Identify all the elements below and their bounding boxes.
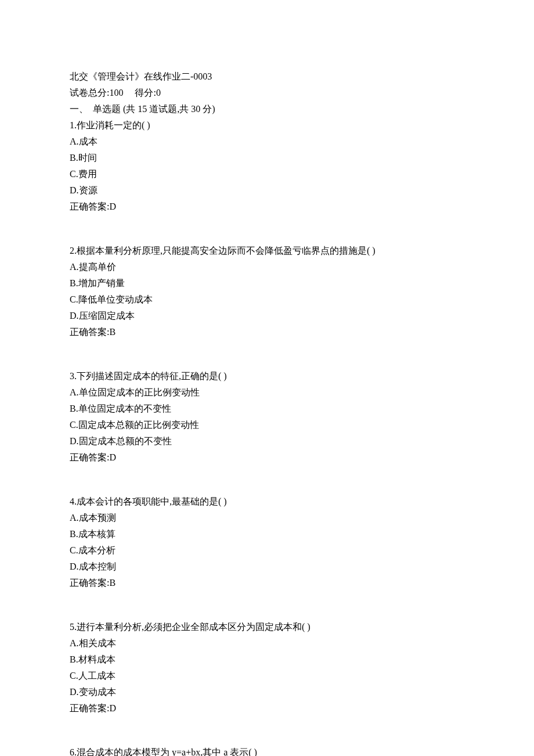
question-option: D.压缩固定成本 xyxy=(70,308,464,324)
question-stem: 2.根据本量利分析原理,只能提高安全边际而不会降低盈亏临界点的措施是( ) xyxy=(70,243,464,259)
question-option: A.相关成本 xyxy=(70,635,464,651)
question-block: 1.作业消耗一定的( )A.成本B.时间C.费用D.资源正确答案:D xyxy=(70,117,464,215)
question-option: B.单位固定成本的不变性 xyxy=(70,401,464,417)
question-option: C.固定成本总额的正比例变动性 xyxy=(70,417,464,433)
question-block: 3.下列描述固定成本的特征,正确的是( )A.单位固定成本的正比例变动性B.单位… xyxy=(70,368,464,466)
question-answer: 正确答案:D xyxy=(70,449,464,466)
question-answer: 正确答案:D xyxy=(70,700,464,717)
question-option: A.成本 xyxy=(70,134,464,150)
question-stem: 6.混合成本的成本模型为 y=a+bx,其中 a 表示( ) xyxy=(70,744,464,756)
question-option: C.降低单位变动成本 xyxy=(70,291,464,308)
question-block: 4.成本会计的各项职能中,最基础的是( )A.成本预测B.成本核算C.成本分析D… xyxy=(70,494,464,591)
question-answer: 正确答案:B xyxy=(70,575,464,591)
question-stem: 1.作业消耗一定的( ) xyxy=(70,117,464,134)
question-option: C.费用 xyxy=(70,166,464,182)
question-option: B.成本核算 xyxy=(70,526,464,542)
score-line: 试卷总分:100 得分:0 xyxy=(70,85,464,101)
question-option: D.固定成本总额的不变性 xyxy=(70,433,464,449)
question-block: 5.进行本量利分析,必须把企业全部成本区分为固定成本和( )A.相关成本B.材料… xyxy=(70,619,464,717)
question-option: A.单位固定成本的正比例变动性 xyxy=(70,384,464,401)
total-score: 试卷总分:100 xyxy=(70,88,123,98)
question-block: 6.混合成本的成本模型为 y=a+bx,其中 a 表示( ) xyxy=(70,744,464,756)
question-option: C.人工成本 xyxy=(70,668,464,684)
question-stem: 4.成本会计的各项职能中,最基础的是( ) xyxy=(70,494,464,510)
doc-title: 北交《管理会计》在线作业二-0003 xyxy=(70,69,464,85)
question-option: D.资源 xyxy=(70,182,464,199)
question-option: B.时间 xyxy=(70,150,464,166)
question-option: D.成本控制 xyxy=(70,559,464,575)
question-option: A.成本预测 xyxy=(70,510,464,526)
question-option: D.变动成本 xyxy=(70,684,464,700)
question-stem: 5.进行本量利分析,必须把企业全部成本区分为固定成本和( ) xyxy=(70,619,464,635)
question-answer: 正确答案:D xyxy=(70,199,464,215)
question-block: 2.根据本量利分析原理,只能提高安全边际而不会降低盈亏临界点的措施是( )A.提… xyxy=(70,243,464,340)
question-stem: 3.下列描述固定成本的特征,正确的是( ) xyxy=(70,368,464,384)
question-option: A.提高单价 xyxy=(70,259,464,275)
got-score: 得分:0 xyxy=(135,88,160,98)
question-option: B.增加产销量 xyxy=(70,275,464,291)
question-answer: 正确答案:B xyxy=(70,324,464,340)
question-option: C.成本分析 xyxy=(70,542,464,559)
question-option: B.材料成本 xyxy=(70,651,464,668)
section-header: 一、 单选题 (共 15 道试题,共 30 分) xyxy=(70,101,464,117)
